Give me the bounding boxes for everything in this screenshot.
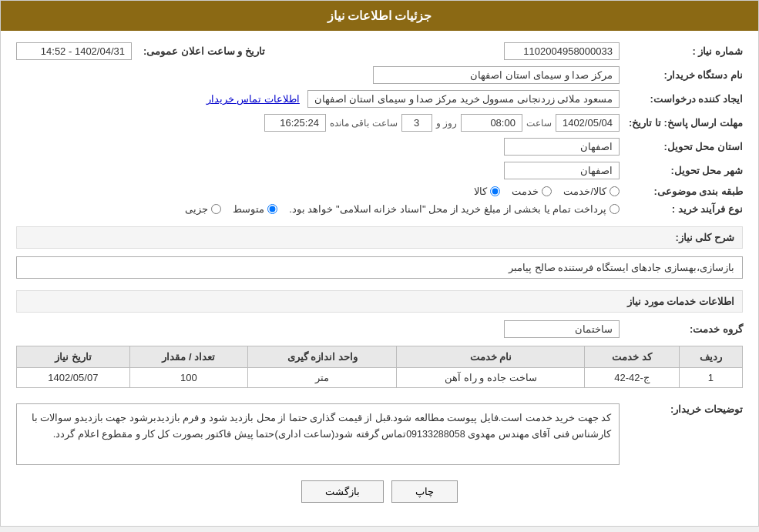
creator-value: مسعود ملائی زردنجانی مسوول خرید مرکز صدا… — [307, 90, 620, 108]
response-remaining-value: 16:25:24 — [264, 114, 326, 132]
purchase-type-motvaset[interactable]: متوسط — [233, 203, 277, 215]
subject-radio-group: کالا/خدمت خدمت کالا — [474, 186, 620, 197]
general-description-section-title: شرح کلی نیاز: — [16, 226, 743, 249]
subject-label: طبقه بندی موضوعی: — [620, 186, 743, 197]
delivery-province-value: اصفهان — [504, 138, 620, 156]
request-number-label: شماره نیاز : — [620, 45, 743, 57]
creator-label: ایجاد کننده درخواست: — [620, 93, 743, 105]
purchase-type-label: نوع فرآیند خرید : — [620, 203, 743, 215]
subject-option-kala-label: کالا — [474, 186, 487, 197]
subject-option-khedmat[interactable]: خدمت — [512, 186, 552, 197]
response-time-label: ساعت — [526, 118, 552, 129]
buyer-station-value: مرکز صدا و سیمای استان اصفهان — [373, 66, 620, 84]
delivery-city-value: اصفهان — [504, 162, 620, 179]
purchase-type-jozi-label: جزیی — [185, 203, 208, 215]
cell-service-name: ساخت جاده و راه آهن — [397, 368, 585, 388]
col-service-name: نام خدمت — [397, 346, 585, 368]
service-group-label: گروه خدمت: — [620, 323, 743, 335]
subject-option-kala-khedmat-label: کالا/خدمت — [563, 186, 606, 197]
response-date-value: 1402/05/04 — [556, 114, 620, 132]
services-table-section: ردیف کد خدمت نام خدمت واحد اندازه گیری ت… — [16, 346, 743, 388]
delivery-province-label: استان محل تحویل: — [620, 141, 743, 152]
subject-option-kala-khedmat[interactable]: کالا/خدمت — [563, 186, 620, 197]
col-unit: واحد اندازه گیری — [248, 346, 397, 368]
request-number-value: 1102004958000033 — [504, 42, 620, 60]
purchase-type-group: پرداخت تمام یا بخشی از مبلغ خرید از محل … — [185, 203, 620, 215]
response-remaining-label: ساعت باقی مانده — [330, 118, 398, 129]
buyer-station-label: نام دستگاه خریدار: — [620, 69, 743, 81]
purchase-type-jozi[interactable]: جزیی — [185, 203, 221, 215]
delivery-city-label: شهر محل تحویل: — [620, 165, 743, 176]
services-info-section-title: اطلاعات خدمات مورد نیاز — [16, 290, 743, 313]
purchase-type-esnad-label: پرداخت تمام یا بخشی از مبلغ خرید از محل … — [289, 203, 606, 215]
subject-option-khedmat-label: خدمت — [512, 186, 539, 197]
table-row: 1 ج-42-42 ساخت جاده و راه آهن متر 100 14… — [17, 368, 743, 388]
subject-option-kala[interactable]: کالا — [474, 186, 500, 197]
cell-row: 1 — [679, 368, 742, 388]
col-service-code: کد خدمت — [585, 346, 680, 368]
col-quantity: تعداد / مقدار — [129, 346, 247, 368]
service-group-value: ساختمان — [504, 320, 620, 338]
general-description-value: بازسازی،بهسازی جادهای ایستگاه فرستنده صا… — [16, 256, 743, 279]
cell-quantity: 100 — [129, 368, 247, 388]
cell-service-code: ج-42-42 — [585, 368, 680, 388]
response-deadline-label: مهلت ارسال پاسخ: تا تاریخ: — [620, 117, 743, 129]
print-button[interactable]: چاپ — [391, 480, 458, 503]
purchase-type-motvaset-label: متوسط — [233, 203, 264, 215]
buyer-notes-value: کد جهت خرید خدمت است.فایل پیوست مطالعه ش… — [16, 403, 620, 465]
button-row: چاپ بازگشت — [16, 480, 743, 503]
cell-unit: متر — [248, 368, 397, 388]
buyer-notes-label: توضیحات خریدار: — [620, 400, 743, 415]
cell-date: 1402/05/07 — [17, 368, 130, 388]
page-header: جزئیات اطلاعات نیاز — [1, 1, 758, 31]
back-button[interactable]: بازگشت — [301, 480, 384, 503]
contact-link[interactable]: اطلاعات تماس خریدار — [207, 93, 300, 105]
purchase-type-esnad[interactable]: پرداخت تمام یا بخشی از مبلغ خرید از محل … — [289, 203, 620, 215]
response-time-value: 08:00 — [461, 114, 522, 132]
col-date: تاریخ نیاز — [17, 346, 130, 368]
response-days-label: روز و — [436, 118, 457, 129]
response-days-value: 3 — [401, 114, 432, 132]
announce-datetime-label: تاریخ و ساعت اعلان عمومی: — [136, 45, 265, 57]
page-title: جزئیات اطلاعات نیاز — [327, 9, 432, 22]
col-row: ردیف — [679, 346, 742, 368]
announce-datetime-value: 1402/04/31 - 14:52 — [16, 42, 132, 60]
services-table: ردیف کد خدمت نام خدمت واحد اندازه گیری ت… — [16, 346, 743, 388]
